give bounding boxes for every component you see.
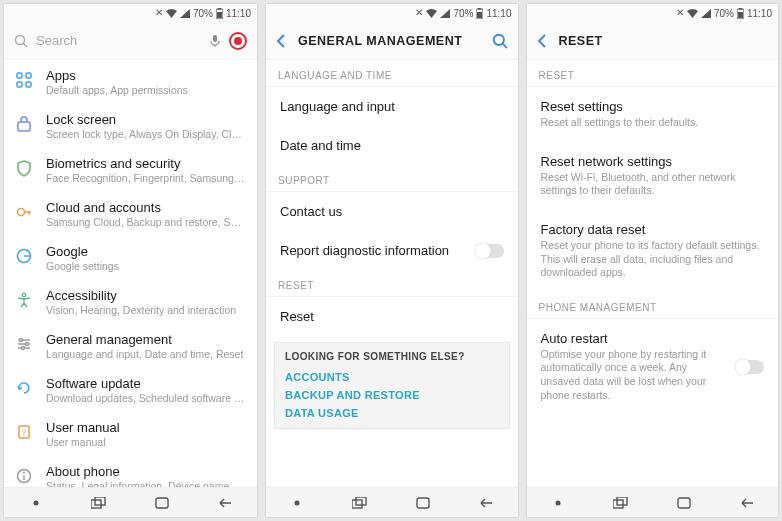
clock-time: 11:10 (226, 8, 251, 19)
nav-bar (4, 487, 257, 517)
svg-line-36 (502, 43, 506, 47)
section-reset: RESET (266, 270, 518, 297)
status-bar: ✕ 70% 11:10 (266, 4, 518, 22)
svg-rect-40 (417, 498, 429, 508)
row-reset-network[interactable]: Reset network settings Reset Wi-Fi, Blue… (527, 142, 779, 210)
settings-item-biometrics[interactable]: Biometrics and securityFace Recognition,… (4, 148, 257, 192)
row-reset[interactable]: Reset (266, 297, 518, 336)
header-title: GENERAL MANAGEMENT (298, 34, 480, 48)
apps-icon (14, 70, 34, 90)
battery-pct: 70% (453, 8, 473, 19)
svg-rect-42 (739, 8, 742, 10)
section-language-time: LANGUAGE AND TIME (266, 60, 518, 87)
svg-point-12 (18, 209, 25, 216)
settings-item-google[interactable]: GoogleGoogle settings (4, 236, 257, 280)
settings-list: AppsDefault apps, App permissions Lock s… (4, 60, 257, 487)
link-backup-restore[interactable]: BACKUP AND RESTORE (285, 386, 499, 404)
looking-for-box: LOOKING FOR SOMETHING ELSE? ACCOUNTS BAC… (274, 342, 510, 429)
mute-icon: ✕ (415, 8, 423, 18)
row-reset-settings[interactable]: Reset settings Reset all settings to the… (527, 87, 779, 142)
svg-rect-7 (17, 73, 22, 78)
nav-recent[interactable] (90, 496, 108, 510)
nav-recent[interactable] (351, 496, 369, 510)
svg-rect-43 (738, 12, 743, 18)
svg-point-21 (26, 343, 29, 346)
svg-rect-2 (217, 12, 222, 18)
signal-icon (180, 9, 190, 18)
nav-back[interactable] (738, 496, 756, 510)
settings-item-apps[interactable]: AppsDefault apps, App permissions (4, 60, 257, 104)
row-report-diagnostic[interactable]: Report diagnostic information (266, 231, 518, 270)
row-factory-reset[interactable]: Factory data reset Reset your phone to i… (527, 210, 779, 292)
search-icon (14, 34, 28, 48)
nav-back[interactable] (216, 496, 234, 510)
settings-item-cloud[interactable]: Cloud and accountsSamsung Cloud, Backup … (4, 192, 257, 236)
update-icon (14, 378, 34, 398)
svg-rect-47 (678, 498, 690, 508)
row-language-input[interactable]: Language and input (266, 87, 518, 126)
svg-point-16 (22, 293, 26, 297)
svg-point-35 (493, 34, 503, 44)
link-accounts[interactable]: ACCOUNTS (285, 368, 499, 386)
key-icon (14, 202, 34, 222)
row-auto-restart[interactable]: Auto restart Optimise your phone by rest… (527, 319, 779, 415)
nav-dot[interactable] (27, 496, 45, 510)
body: LANGUAGE AND TIME Language and input Dat… (266, 60, 518, 487)
header-title: RESET (559, 34, 769, 48)
svg-rect-10 (26, 82, 31, 87)
section-reset: RESET (527, 60, 779, 87)
svg-rect-38 (352, 500, 362, 508)
svg-rect-39 (356, 497, 366, 505)
nav-bar (527, 487, 779, 517)
mic-icon[interactable] (209, 34, 221, 48)
nav-back[interactable] (477, 496, 495, 510)
settings-item-software-update[interactable]: Software updateDownload updates, Schedul… (4, 368, 257, 412)
section-phone-management: PHONE MANAGEMENT (527, 292, 779, 319)
battery-icon (476, 8, 483, 19)
nav-recent[interactable] (612, 496, 630, 510)
diagnostic-toggle[interactable] (476, 244, 504, 258)
nav-home[interactable] (675, 496, 693, 510)
svg-rect-11 (18, 122, 30, 131)
back-button[interactable] (537, 34, 547, 48)
svg-point-44 (555, 500, 560, 505)
header: GENERAL MANAGEMENT (266, 22, 518, 60)
svg-point-28 (33, 500, 38, 505)
svg-rect-29 (91, 500, 101, 508)
header: RESET (527, 22, 779, 60)
auto-restart-toggle[interactable] (736, 360, 764, 374)
looking-for-label: LOOKING FOR SOMETHING ELSE? (285, 351, 499, 362)
section-support: SUPPORT (266, 165, 518, 192)
nav-home[interactable] (414, 496, 432, 510)
shield-icon (14, 158, 34, 178)
svg-rect-34 (477, 12, 482, 18)
svg-rect-45 (613, 500, 623, 508)
search-placeholder: Search (36, 33, 201, 48)
svg-line-4 (24, 43, 28, 47)
settings-item-accessibility[interactable]: AccessibilityVision, Hearing, Dexterity … (4, 280, 257, 324)
signal-icon (701, 9, 711, 18)
row-contact-us[interactable]: Contact us (266, 192, 518, 231)
svg-text:?: ? (22, 428, 27, 437)
settings-item-general-management[interactable]: General managementLanguage and input, Da… (4, 324, 257, 368)
nav-dot[interactable] (288, 496, 306, 510)
settings-item-about-phone[interactable]: About phoneStatus, Legal information, De… (4, 456, 257, 487)
back-button[interactable] (276, 34, 286, 48)
battery-icon (216, 8, 223, 19)
clock-time: 11:10 (747, 8, 772, 19)
nav-home[interactable] (153, 496, 171, 510)
nav-dot[interactable] (549, 496, 567, 510)
svg-rect-8 (26, 73, 31, 78)
row-date-time[interactable]: Date and time (266, 126, 518, 165)
svg-rect-30 (95, 497, 105, 505)
settings-item-user-manual[interactable]: ? User manualUser manual (4, 412, 257, 456)
search-bar[interactable]: Search (4, 22, 257, 60)
search-icon[interactable] (492, 33, 508, 49)
svg-rect-46 (617, 497, 627, 505)
settings-item-lock-screen[interactable]: Lock screenScreen lock type, Always On D… (4, 104, 257, 148)
accessibility-icon (14, 290, 34, 310)
record-icon[interactable] (229, 32, 247, 50)
nav-bar (266, 487, 518, 517)
link-data-usage[interactable]: DATA USAGE (285, 404, 499, 422)
clock-time: 11:10 (486, 8, 511, 19)
